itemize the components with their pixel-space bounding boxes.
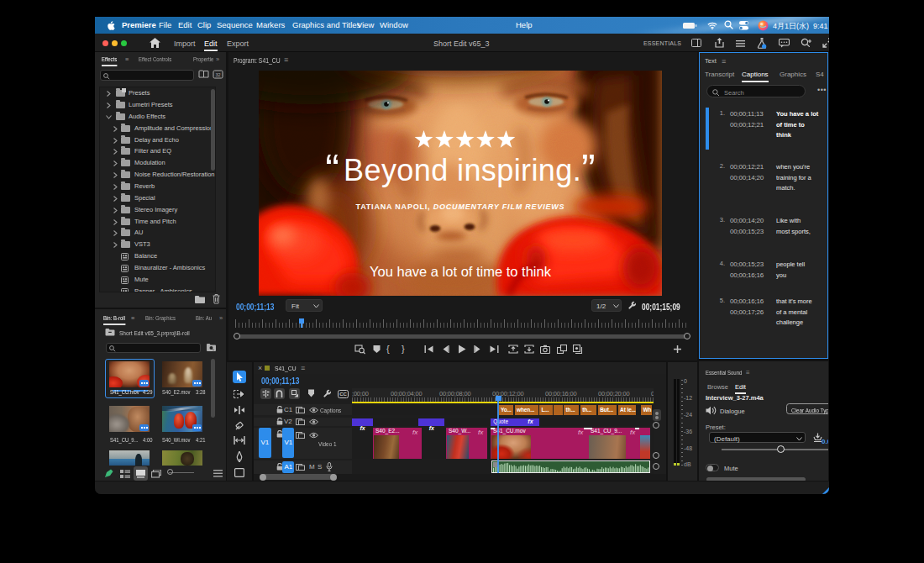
svg-text:CC: CC [339, 392, 347, 397]
svg-text:32: 32 [215, 72, 220, 77]
